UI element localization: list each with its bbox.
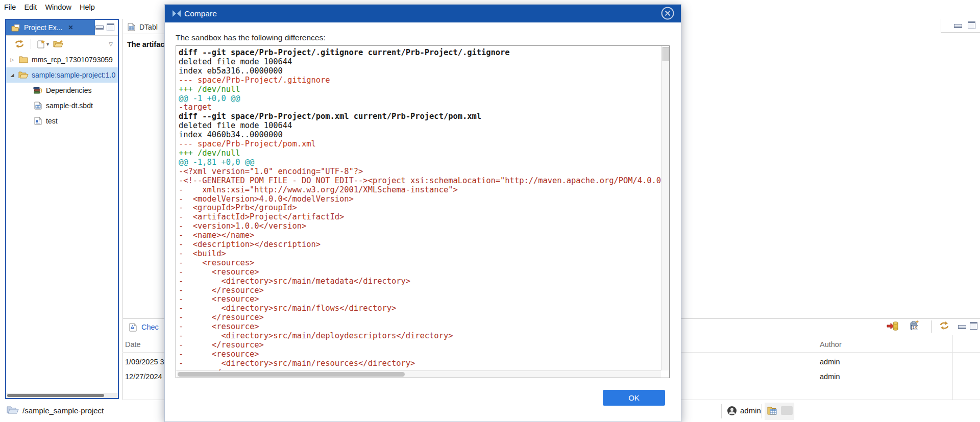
minimize-panel-button[interactable] [958, 325, 966, 329]
status-username: admin [740, 406, 761, 415]
checkins-doc-icon [129, 323, 137, 332]
table-file-icon [33, 102, 43, 110]
diff-line: - <name></name> [179, 231, 661, 240]
workspace-folder-icon [767, 406, 778, 417]
diff-line: diff --git space/Prb-Project/pom.xml cur… [179, 112, 661, 121]
diff-line: - <resource> [179, 268, 661, 277]
maximize-view-button[interactable] [107, 23, 114, 31]
diff-line: - </resource> [179, 341, 661, 350]
diff-line: --- space/Prb-Project/pom.xml [179, 140, 661, 149]
checkins-panel-bottom-border [122, 400, 164, 400]
diff-line: -<!--GENERATED POM FILE - DO NOT EDIT-->… [179, 177, 661, 186]
close-circle-icon [660, 6, 675, 20]
menu-item-window[interactable]: Window [45, 3, 71, 11]
project-explorer-toolbar: ▾ ▽ [6, 36, 118, 52]
tab-project-explorer[interactable]: Project Ex... ✕ [6, 20, 95, 35]
new-project-button[interactable] [53, 40, 64, 48]
tree-item-dependencies[interactable]: Dependencies [6, 83, 118, 98]
compare-icon [172, 10, 181, 17]
toolbar-separator [31, 39, 31, 49]
menu-item-file[interactable]: File [4, 3, 16, 11]
diff-line: @@ -1,81 +0,0 @@ [179, 158, 661, 167]
diff-line: -target [179, 103, 661, 112]
refresh-button[interactable] [14, 39, 24, 48]
maximize-icon [970, 322, 977, 330]
diff-line: deleted file mode 100644 [179, 121, 661, 131]
dialog-message: The sandbox has the following difference… [176, 33, 326, 42]
maximize-editor-button[interactable] [968, 21, 975, 29]
project-folder-icon [7, 406, 19, 416]
compare-dialog-titlebar[interactable]: Compare [165, 5, 681, 22]
compare-dialog-title: Compare [184, 9, 217, 18]
tab-checkins[interactable]: Chec [129, 321, 164, 333]
tab-project-explorer-label: Project Ex... [24, 23, 62, 32]
application-window: FileEditWindowHelp Project Ex... ✕ [0, 0, 980, 422]
minimize-editor-button[interactable] [954, 24, 962, 28]
date-column-header: Date [125, 337, 141, 352]
author-rows: adminadmin [820, 354, 947, 384]
diff-line: - <modelVersion>4.0.0</modelVersion> [179, 195, 661, 204]
diff-line: - <directory>src/main/deploydescriptors<… [179, 332, 661, 341]
scrollbar-thumb[interactable] [7, 394, 104, 397]
diff-horizontal-scrollbar[interactable] [176, 370, 661, 378]
checkin-date-cell[interactable]: 12/27/2024 [125, 369, 164, 384]
expanded-arrow-icon[interactable]: ◢ [9, 72, 15, 78]
close-tab-icon[interactable]: ✕ [68, 24, 73, 31]
view-menu-icon[interactable]: ▽ [109, 41, 113, 47]
diff-line: - <version>1.0.0</version> [179, 222, 661, 231]
tree-item-mms-rcp-173010793059[interactable]: ▷mms_rcp_173010793059 [6, 52, 118, 67]
maximize-icon [107, 23, 114, 31]
project-explorer-panel: Project Ex... ✕ ▾ [5, 19, 119, 399]
tree-item-sample-sample-project-1-0[interactable]: ◢sample:sample-project:1.0 [6, 67, 118, 83]
minimize-icon [958, 325, 966, 329]
tree-item-test[interactable]: test [6, 113, 118, 129]
explorer-horizontal-scrollbar[interactable] [6, 393, 118, 398]
menu-item-edit[interactable]: Edit [24, 3, 37, 11]
diff-line: - <description></description> [179, 240, 661, 250]
history-panel-bottom-border [681, 400, 980, 400]
checkin-to-server-button[interactable] [887, 321, 898, 333]
minimize-view-button[interactable] [95, 26, 104, 30]
diff-vertical-scrollbar[interactable] [661, 46, 669, 370]
editor-right-tabstrip-border [941, 32, 980, 33]
checkin-author-cell[interactable]: admin [820, 354, 947, 369]
close-dialog-button[interactable] [660, 6, 675, 20]
new-artifact-button[interactable]: ▾ [37, 40, 49, 48]
status-separator [721, 404, 722, 418]
ok-button[interactable]: OK [603, 390, 665, 406]
scrollbar-thumb[interactable] [663, 47, 669, 61]
scrollbar-thumb[interactable] [178, 372, 405, 377]
collapsed-arrow-icon[interactable]: ▷ [9, 57, 15, 62]
diff-content: diff --git space/Prb-Project/.gitignore … [176, 46, 661, 370]
tree-item-label: test [46, 117, 58, 125]
diff-line: - <directory>src/main/resources</directo… [179, 359, 661, 368]
date-header-top-border [122, 335, 164, 335]
toolbar-separator [931, 320, 932, 333]
refresh-history-button[interactable] [939, 321, 949, 332]
maximize-panel-button[interactable] [970, 322, 977, 330]
tree-item-sample-dt-sbdt[interactable]: sample-dt.sbdt [6, 98, 118, 113]
project-explorer-icon [11, 24, 20, 32]
checkins-panel-top-border [122, 318, 164, 319]
diff-viewer[interactable]: diff --git space/Prb-Project/.gitignore … [176, 45, 670, 378]
chevron-down-icon[interactable]: ▾ [46, 41, 49, 47]
redacted-status-text [781, 406, 793, 415]
diff-line: - <resource> [179, 322, 661, 332]
tab-dtable-editor[interactable]: DTabl [128, 20, 164, 34]
folder-closed-icon [18, 56, 29, 63]
diff-line: - </resource> [179, 313, 661, 322]
author-column-divider [952, 335, 953, 400]
menu-item-help[interactable]: Help [80, 3, 95, 11]
status-separator [795, 404, 795, 418]
tree-item-label: sample:sample-project:1.0 [32, 71, 115, 79]
editor-content-text: The artifac [127, 40, 164, 48]
diff-line: @@ -1 +0,0 @@ [179, 94, 661, 104]
diff-line: diff --git space/Prb-Project/.gitignore … [179, 48, 661, 58]
diff-line: --- space/Prb-Project/.gitignore [179, 76, 661, 85]
checkin-author-cell[interactable]: admin [820, 369, 947, 384]
folder-open-icon [18, 71, 29, 79]
diff-line: deleted file mode 100644 [179, 58, 661, 67]
checkin-date-cell[interactable]: 1/09/2025 3 [125, 354, 164, 369]
refresh-icon [14, 39, 24, 48]
maximize-icon [968, 21, 975, 29]
